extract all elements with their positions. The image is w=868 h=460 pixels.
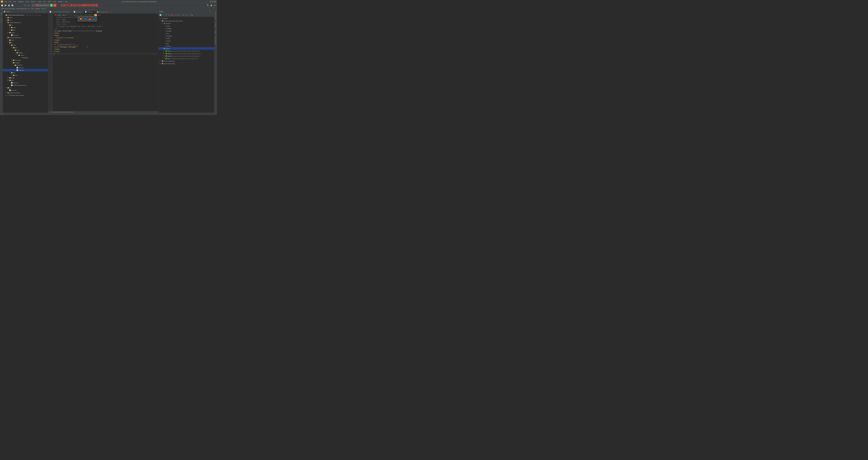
tree-item-pom-root[interactable]: ▶ 📄 pom.xml [3,89,48,91]
index-jsp-tab-close[interactable]: ✕ [94,11,95,12]
breadcrumb-item-main[interactable]: main [31,8,34,9]
select-button[interactable]: ⊕ [27,4,30,7]
tree-item-maven[interactable]: ▼ 📁 maven [3,54,48,56]
tab-index-jsp[interactable]: 📄 index.jsp ✕ [84,10,96,13]
tree-item-webxml[interactable]: ▶ 📄 web.xml [3,66,48,69]
tomcat-config-button[interactable]: Tomcat 9.0.53 ▼ [35,4,50,7]
maven-goal-deploy[interactable]: ▶ ⚙ deploy [159,45,215,47]
menu-tools[interactable]: Tools [47,0,52,2]
maven-plugin-deploy[interactable]: ▶ 🧩 deploy (org.apache.maven.plugins:mav… [159,52,215,55]
tree-item-pro04-pom[interactable]: ▶ 📄 pom.xml [3,81,48,84]
minimize-button[interactable]: — [210,1,212,2]
stop-button[interactable]: ■ [54,4,57,7]
tree-item-pro03-src[interactable]: ▼ 📁 src [3,24,48,26]
maximize-button[interactable]: □ [212,1,214,2]
open-button[interactable]: 📂 [4,4,7,7]
menu-run[interactable]: Run [42,0,47,2]
tree-item-external-libs[interactable]: ▶ 📚 External Libraries [3,91,48,94]
browser-safari-icon[interactable]: 🧡 [79,17,83,21]
tree-item-pro04-java[interactable]: ▼ 📁 java [3,46,48,49]
menu-edit[interactable]: Edit [8,0,12,2]
menu-build[interactable]: Build [37,0,42,2]
sidebar-item-structure[interactable]: Structure [0,17,2,24]
maven-settings-icon[interactable]: ⚙ [209,10,211,12]
tree-item-out[interactable]: ▶ 📁 out [3,19,48,21]
project-collapse-icon[interactable]: ≡ [40,10,42,12]
tab-message-java[interactable]: ☕ Message.java ✕ [96,10,111,13]
forward-button[interactable]: → [19,4,22,7]
menu-refactor[interactable]: Refactor [30,0,37,2]
browser-edge-icon[interactable]: 🌐 [92,17,95,21]
tree-item-idea[interactable]: ▶ 📁 .idea [3,16,48,19]
menu-view[interactable]: View [12,0,17,2]
maven-plugins[interactable]: ▼ 🧩 Plugins [159,47,215,50]
maven-goal-site[interactable]: ▶ ⚙ site [159,42,215,45]
maven-goal-package[interactable]: ▶ ⚙ package [159,35,215,37]
maven-profiles[interactable]: ▶ ⚙ Profiles [159,17,215,20]
code-content[interactable]: <%@ page import= "com.atguigu.maven.Mess… [53,13,158,111]
tree-item-com[interactable]: ▼ 📁 com [3,49,48,51]
maven-plugin-site[interactable]: ▶ 🧩 site (org.apache.maven.plugins:maven… [159,57,215,60]
pom-xml-tab-close[interactable]: ✕ [70,11,71,12]
menu-vcs[interactable]: VCS [52,0,57,2]
back-button[interactable]: ← [16,4,19,7]
tree-item-pro03-target[interactable]: ▶ 📁 target [3,31,48,34]
tree-item-pro03-pom[interactable]: ▶ 📄 pom.xml [3,34,48,36]
tree-item-src-root[interactable]: ▶ 📁 src [3,86,48,89]
menu-help[interactable]: Help [64,0,69,2]
maven-goal-clean[interactable]: ▶ ⚙ clean [159,25,215,27]
settings-button[interactable]: ⚙ [213,4,216,7]
maven-add-button[interactable]: + [162,14,164,16]
sidebar-item-project[interactable]: Project [0,10,2,17]
browser-chrome-icon[interactable]: 🔵 [84,17,87,21]
sidebar-maven-right[interactable]: Maven [215,29,217,35]
maven-collapse-button[interactable]: ≡ [179,14,182,16]
sidebar-github-copilot[interactable]: GitHub Copilot [215,10,217,21]
sidebar-database[interactable]: Database [215,21,217,29]
maven-sort-button[interactable]: ↕ [188,14,190,16]
breadcrumb-item-module[interactable]: pro04-module-web [17,8,27,9]
notifications-button[interactable]: 🔔 [210,4,213,7]
new-file-button[interactable]: 📄 [1,4,4,7]
maven-wrench-button[interactable]: 🔧 [191,14,193,16]
maven-root[interactable]: ▼ 📦 pro02-maven-idea-parent (root) [159,20,215,22]
maven-run-button[interactable]: ▶ [171,14,173,16]
project-gear-icon[interactable]: ⚙ [35,10,37,12]
sidebar-find-jpa[interactable]: Find using JPA [215,35,217,46]
menu-file[interactable]: File [4,0,8,2]
maven-add-config-button[interactable]: ⊕ [168,14,170,16]
menu-code[interactable]: Code [25,0,30,2]
maven-download-button[interactable]: ⬇ [165,14,167,16]
browser-firefox-icon[interactable]: 🦊 [88,17,91,21]
tree-item-message-class[interactable]: ▶ © Message [3,56,48,59]
tree-item-resources[interactable]: ▶ 📁 resources [3,59,48,61]
tab-pom-xml[interactable]: 📄 pom.xml (pro04-module-web) ✕ [48,10,72,13]
code-editor[interactable]: 12345 678910 1112131415 161718 <%@ page … [48,13,158,111]
maven-expand-button[interactable]: ⊞ [182,14,185,16]
breadcrumb-item-file[interactable]: index.jsp [41,8,46,9]
maven-close-icon[interactable]: − [211,10,213,12]
maven-lifecycle[interactable]: ▼ ⚡ Lifecycle [159,22,215,25]
tree-item-webapp[interactable]: ▼ 📁 webapp [3,61,48,64]
tree-item-pro04-test-java[interactable]: ▶ 📁 java [3,74,48,77]
tab-more-button[interactable]: ▾ [111,11,113,12]
project-scope-icon[interactable]: ◎ [38,10,40,12]
maven-plugin-clean[interactable]: ▶ 🧩 clean (org.apache.maven.plugins:mave… [159,50,215,52]
maven-goal-install[interactable]: ▶ ⚙ install [159,40,215,42]
search-everywhere-button[interactable]: 🔍 [207,4,210,7]
maven-goal-test[interactable]: ▶ ⚙ test [159,32,215,35]
maven-align-button[interactable]: ⊟ [185,14,187,16]
breadcrumb-item-src[interactable]: src [28,8,30,9]
tree-item-pro03-main[interactable]: ▶ 📁 main [3,26,48,29]
tree-item-pro04-target[interactable]: ▶ 📁 target [3,77,48,79]
tree-item-root[interactable]: ▼ 📁 pro02-maven-idea-parent E:\Maven\Mav… [3,14,48,16]
tree-item-web[interactable]: ▶ 📁 web [3,79,48,81]
maven-goal-validate[interactable]: ▶ ⚙ validate [159,27,215,30]
menu-window[interactable]: Window [57,0,64,2]
maven-module-pro04[interactable]: ▶ 📦 pro04-module-web [159,62,215,65]
tab-web-xml[interactable]: 📄 web.xml ✕ [72,10,84,13]
maven-plugin-install[interactable]: ▶ 🧩 install (org.apache.maven.plugins:ma… [159,55,215,57]
tree-item-pro04-test[interactable]: ▼ 📁 test [3,71,48,74]
maven-goal-verify[interactable]: ▶ ⚙ verify [159,37,215,40]
scrollbar-thumb[interactable] [51,112,74,112]
